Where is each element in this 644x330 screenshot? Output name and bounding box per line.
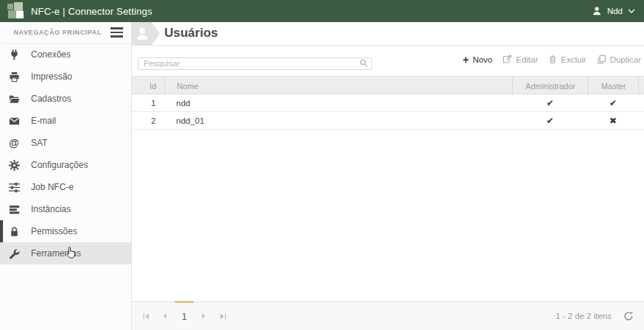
search-box	[138, 56, 372, 69]
sidebar-nav: Conexões Impressão Cadastros E-mail	[0, 43, 131, 264]
table-row[interactable]: 1 ndd ✔ ✔	[132, 94, 644, 112]
delete-button-label: Excluir	[561, 55, 587, 64]
new-button-label: Novo	[472, 55, 492, 64]
check-icon: ✔	[512, 98, 588, 108]
toolbar-actions: + Novo Editar Excluir	[463, 55, 641, 64]
sidebar-item-label: Ferramentas	[31, 248, 81, 259]
active-indicator	[0, 220, 3, 242]
plus-icon: +	[463, 55, 469, 63]
lock-icon	[8, 225, 20, 237]
edit-button[interactable]: Editar	[503, 55, 538, 64]
cell-id: 2	[132, 116, 164, 125]
sidebar-item-email[interactable]: E-mail	[0, 110, 131, 132]
envelope-icon	[8, 115, 20, 127]
user-icon	[592, 6, 602, 16]
refresh-icon[interactable]	[623, 302, 634, 330]
sidebar-item-sat[interactable]: @ SAT	[0, 132, 131, 154]
column-header-spacer	[638, 77, 644, 95]
sliders-icon	[8, 181, 20, 193]
duplicate-button-label: Duplicar	[610, 55, 641, 64]
sidebar-item-permissoes[interactable]: Permissões	[0, 220, 131, 242]
sidebar-item-label: E-mail	[31, 116, 56, 126]
trash-icon	[548, 55, 557, 64]
folder-icon	[8, 93, 20, 105]
column-header-master[interactable]: Master	[588, 77, 638, 95]
sidebar-item-conexoes[interactable]: Conexões	[0, 43, 131, 66]
sidebar-item-label: Instâncias	[31, 204, 71, 214]
sidebar-item-cadastros[interactable]: Cadastros	[0, 88, 131, 110]
user-menu[interactable]: Ndd	[592, 6, 635, 16]
pager-items-info: 1 - 2 de 2 itens	[556, 302, 612, 330]
sidebar-item-label: Job NFC-e	[31, 182, 74, 192]
gear-icon	[8, 159, 20, 171]
sidebar-item-job-nfce[interactable]: Job NFC-e	[0, 176, 131, 198]
wrench-icon	[8, 248, 20, 259]
pager: 1 1 - 2 de 2 itens	[132, 301, 644, 330]
menu-icon[interactable]	[111, 26, 123, 39]
sidebar-item-label: Conexões	[31, 49, 71, 60]
new-button[interactable]: + Novo	[463, 55, 493, 64]
check-icon: ✔	[512, 116, 588, 126]
ndd-logo-icon	[7, 2, 25, 20]
users-table: Id Nome Administrador Master 1 ndd ✔ ✔ 2…	[132, 76, 644, 130]
sidebar-item-label: Permissões	[31, 226, 77, 236]
cell-id: 1	[132, 99, 164, 108]
app-header: NFC-e | Connector Settings Ndd	[0, 0, 644, 22]
sidebar-item-instancias[interactable]: Instâncias	[0, 198, 131, 220]
pager-spacer	[232, 302, 556, 330]
sidebar: NAVEGAÇÃO PRINCIPAL Conexões Impressão	[0, 22, 132, 330]
page-title-bar: Usuários	[132, 22, 644, 46]
edit-button-label: Editar	[516, 55, 538, 64]
duplicate-button[interactable]: Duplicar	[597, 55, 641, 64]
table-header-row: Id Nome Administrador Master	[132, 76, 644, 94]
last-page-button[interactable]	[213, 302, 232, 330]
user-name-label: Ndd	[607, 7, 623, 15]
sidebar-nav-header: NAVEGAÇÃO PRINCIPAL	[0, 22, 131, 43]
printer-icon	[8, 71, 20, 82]
sidebar-item-label: Impressão	[31, 71, 72, 82]
nav-header-label: NAVEGAÇÃO PRINCIPAL	[13, 29, 102, 36]
sidebar-item-label: SAT	[31, 138, 47, 148]
cell-nome: ndd	[164, 99, 512, 108]
column-header-administrador[interactable]: Administrador	[512, 77, 588, 95]
copy-icon	[597, 55, 606, 64]
check-icon: ✔	[588, 98, 638, 108]
page-title: Usuários	[164, 26, 218, 41]
cell-nome: ndd_01	[164, 116, 512, 125]
previous-page-button[interactable]	[155, 302, 175, 330]
main-content: Usuários + Novo Editar	[132, 22, 644, 330]
sidebar-item-impressao[interactable]: Impressão	[0, 66, 131, 88]
toolbar: + Novo Editar Excluir	[132, 52, 644, 75]
chevron-down-icon	[628, 9, 635, 14]
cross-icon: ✖	[588, 116, 638, 126]
edit-icon	[503, 55, 512, 64]
sidebar-item-label: Cadastros	[31, 94, 71, 104]
table-row[interactable]: 2 ndd_01 ✔ ✖	[132, 112, 644, 130]
column-header-nome[interactable]: Nome	[164, 77, 512, 95]
column-header-id[interactable]: Id	[132, 77, 164, 95]
stack-icon	[8, 203, 20, 215]
users-page-icon	[132, 22, 160, 46]
sidebar-item-configuracoes[interactable]: Configurações	[0, 154, 131, 176]
first-page-button[interactable]	[136, 302, 155, 330]
app-title: NFC-e | Connector Settings	[31, 6, 153, 17]
next-page-button[interactable]	[194, 302, 213, 330]
sidebar-item-ferramentas[interactable]: Ferramentas	[0, 242, 131, 264]
app-window: NFC-e | Connector Settings Ndd NAVEGAÇÃO…	[0, 0, 644, 330]
search-input[interactable]	[138, 57, 372, 70]
search-icon	[359, 57, 368, 71]
delete-button[interactable]: Excluir	[548, 55, 587, 64]
sidebar-item-label: Configurações	[31, 160, 88, 170]
page-number-current[interactable]: 1	[175, 301, 194, 330]
at-icon: @	[8, 137, 20, 149]
plug-icon	[8, 49, 20, 60]
